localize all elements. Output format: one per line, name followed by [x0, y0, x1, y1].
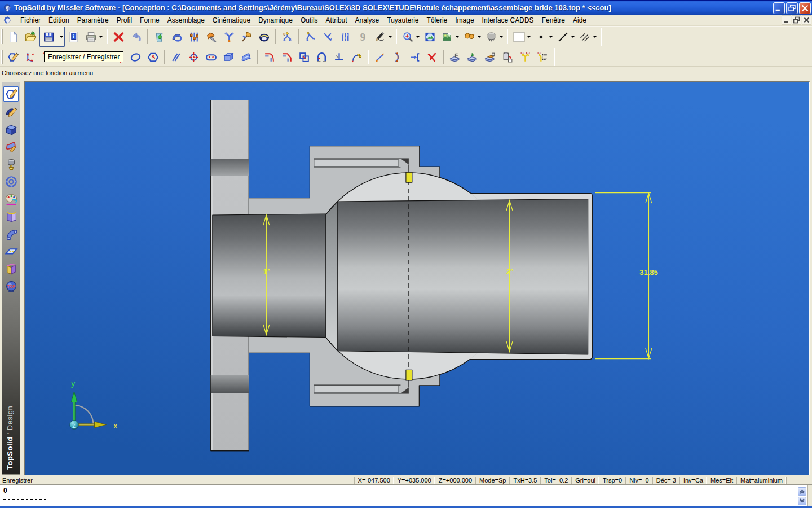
menu-aide[interactable]: Aide [569, 15, 590, 25]
box-3d-button[interactable] [220, 49, 237, 65]
point-target-button[interactable] [185, 49, 202, 65]
wrench-cross-button[interactable] [220, 28, 238, 45]
menu-outils[interactable]: Outils [297, 15, 322, 25]
menu-cin-matique[interactable]: Cinématique [209, 15, 254, 25]
menu-t-lerie[interactable]: Tôlerie [423, 15, 452, 25]
overlap-squares-button[interactable] [295, 49, 313, 65]
attribute-sliders-button[interactable] [186, 28, 203, 45]
recycle-glass-button[interactable] [151, 28, 168, 45]
sliders-blue-button[interactable] [337, 28, 354, 45]
sb-folded-surface-button[interactable] [3, 209, 19, 224]
sketch-pencil-button[interactable] [5, 49, 22, 65]
menu-forme[interactable]: Forme [136, 15, 164, 25]
sb-shape-pencil-button[interactable] [3, 104, 19, 119]
gauge-button[interactable] [255, 28, 273, 45]
glasses-button[interactable] [461, 28, 478, 45]
zoom-plus-button[interactable] [399, 28, 417, 45]
surface-swoosh-button[interactable] [237, 49, 255, 65]
fork-arrows-button[interactable] [517, 49, 534, 65]
shoulder-ring[interactable] [326, 202, 338, 351]
menu-interface-cadds[interactable]: Interface CADDS [478, 15, 538, 25]
menu-analyse[interactable]: Analyse [351, 15, 383, 25]
mdi-restore-button[interactable] [792, 15, 801, 25]
sb-top-sphere-button[interactable]: TOP [3, 279, 19, 294]
trim-edge-button[interactable] [330, 49, 348, 65]
sb-corner-surface-button[interactable] [3, 261, 19, 277]
slot-button[interactable] [202, 49, 220, 65]
menu-fichier[interactable]: Fichier [16, 15, 45, 25]
line-style-button[interactable] [554, 28, 572, 45]
minimize-button[interactable] [773, 2, 785, 14]
cad-viewport[interactable]: 1° 2° 31.85 y x z [24, 81, 810, 475]
curve-measure-button[interactable] [389, 49, 406, 65]
red-check-button[interactable] [423, 49, 441, 65]
fork-list-button[interactable] [534, 49, 551, 65]
arrow-stop-button[interactable] [406, 49, 423, 65]
save-dropdown[interactable] [58, 27, 64, 46]
menu-param-tre[interactable]: Paramètre [73, 15, 113, 25]
hand-pen-button[interactable] [372, 28, 389, 45]
hexagon-button[interactable] [144, 49, 162, 65]
open-folder-button[interactable] [22, 28, 39, 45]
zoom-fit-button[interactable] [421, 28, 439, 45]
curve-handles-button[interactable] [348, 49, 365, 65]
mdi-close-button[interactable] [802, 15, 811, 25]
corner-fillet-button[interactable] [261, 49, 278, 65]
tube-right[interactable] [338, 199, 588, 355]
arrows-zero-button[interactable]: 0 [279, 28, 296, 45]
menu-image[interactable]: Image [451, 15, 478, 25]
assembly-flag-button[interactable] [447, 49, 464, 65]
point-style-button[interactable] [532, 28, 550, 45]
new-document-button[interactable] [5, 28, 22, 45]
parallel-lines-button[interactable] [167, 49, 185, 65]
cross-check-button[interactable] [319, 28, 337, 45]
command-scrollbar[interactable] [798, 487, 806, 506]
pin-bottom[interactable] [406, 370, 412, 380]
sb-bearing-button[interactable] [3, 174, 19, 189]
menu-tuyauterie[interactable]: Tuyauterie [383, 15, 422, 25]
sb-palette-button[interactable] [3, 191, 19, 207]
sb-surface-flag-button[interactable] [3, 139, 19, 154]
assembly-board-button[interactable] [482, 49, 499, 65]
ellipse-button[interactable] [127, 49, 144, 65]
arch-button[interactable] [313, 49, 330, 65]
menu-attribut[interactable]: Attribut [322, 15, 351, 25]
mdi-minimize-button[interactable] [782, 15, 791, 25]
menu-profil[interactable]: Profil [113, 15, 136, 25]
hammer-tool-button[interactable] [203, 28, 220, 45]
sb-solid-box-button[interactable] [3, 121, 19, 137]
save-button[interactable] [40, 28, 58, 45]
menu-fen-tre[interactable]: Fenêtre [538, 15, 569, 25]
measure-diagonal-button[interactable] [371, 49, 389, 65]
scroll-down-button[interactable] [798, 497, 806, 505]
save-button-highlighted[interactable] [39, 27, 65, 47]
assembly-place-button[interactable] [464, 49, 482, 65]
close-button[interactable] [799, 2, 811, 14]
sb-pipe-elbow-button[interactable] [3, 226, 19, 242]
corner-chamfer-button[interactable] [278, 49, 295, 65]
scroll-up-button[interactable] [798, 487, 806, 496]
undo-button[interactable] [127, 28, 145, 45]
delete-red-x-button[interactable] [110, 28, 127, 45]
bolt-button[interactable] [483, 28, 500, 45]
menu-assemblage[interactable]: Assemblage [164, 15, 209, 25]
clipboard-swap-button[interactable] [499, 49, 517, 65]
sb-plane-button[interactable] [3, 244, 19, 259]
axis-frame-button[interactable] [22, 49, 39, 65]
restore-button[interactable] [786, 2, 798, 14]
image-arrow-button[interactable] [439, 28, 456, 45]
color-swatch-button[interactable] [510, 28, 528, 45]
modify-swoosh-button[interactable] [168, 28, 186, 45]
hatch-style-button[interactable] [576, 28, 594, 45]
menu-dynamique[interactable]: Dynamique [254, 15, 297, 25]
sb-sketch-button[interactable] [3, 86, 19, 102]
document-info-button[interactable]: i [65, 28, 82, 45]
paragraph-nine-button[interactable]: 9 [354, 28, 372, 45]
axe-tool-button[interactable] [238, 28, 255, 45]
menu--dition[interactable]: Édition [45, 15, 73, 25]
print-button[interactable] [82, 28, 100, 45]
arrows-split-button[interactable] [302, 28, 319, 45]
command-area[interactable]: 0 [0, 484, 812, 506]
sb-piston-button[interactable] [3, 156, 19, 172]
pin-top[interactable] [406, 172, 412, 182]
